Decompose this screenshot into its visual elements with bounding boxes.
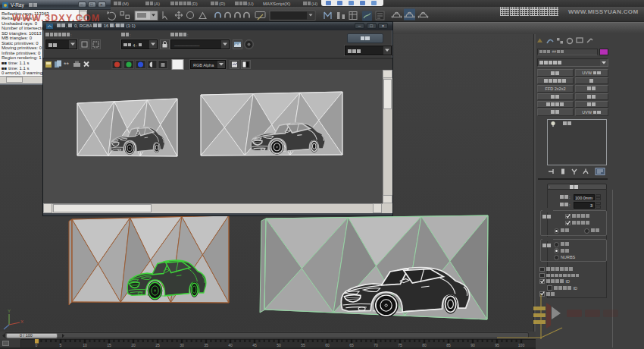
svg-text:65: 65 xyxy=(349,343,354,347)
svg-text:5: 5 xyxy=(60,343,62,347)
svg-text:50: 50 xyxy=(277,343,281,347)
svg-text:15: 15 xyxy=(107,343,111,347)
svg-text:60: 60 xyxy=(325,343,330,347)
svg-text:25: 25 xyxy=(155,343,160,347)
svg-text:55: 55 xyxy=(301,343,305,347)
svg-text:35: 35 xyxy=(204,343,208,347)
svg-text:70: 70 xyxy=(374,343,378,347)
svg-text:85: 85 xyxy=(446,343,451,347)
svg-text:**: ** xyxy=(64,61,70,68)
svg-text:75: 75 xyxy=(398,343,402,347)
svg-text:20: 20 xyxy=(131,343,136,347)
svg-text:X: X xyxy=(20,319,23,324)
svg-text:45: 45 xyxy=(252,343,257,347)
svg-text:10: 10 xyxy=(83,343,87,347)
svg-text:90: 90 xyxy=(470,343,475,347)
svg-text:80: 80 xyxy=(422,343,427,347)
svg-text:Y: Y xyxy=(8,309,11,313)
svg-text:40: 40 xyxy=(228,343,233,347)
svg-text:30: 30 xyxy=(180,343,184,347)
